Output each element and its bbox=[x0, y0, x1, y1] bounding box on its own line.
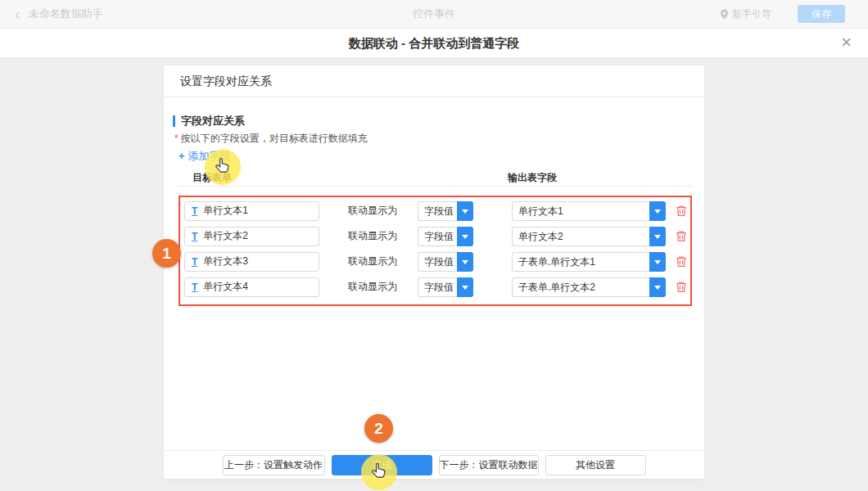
mode-dropdown[interactable]: 字段值 bbox=[418, 252, 473, 272]
table-row: T 单行文本2 联动显示为 字段值 单行文本2 bbox=[184, 223, 690, 249]
text-field-icon: T bbox=[192, 231, 197, 242]
screen: ‹ 未命名数据助手 控件事件 新手引导 保存 数据联动 - 合并联动到普通字段 … bbox=[0, 0, 868, 491]
delete-row-icon[interactable] bbox=[676, 281, 687, 293]
chevron-down-icon bbox=[649, 201, 666, 221]
section-accent-bar bbox=[173, 115, 175, 127]
panel-header: 设置字段对应关系 bbox=[164, 65, 704, 97]
delete-row-icon[interactable] bbox=[676, 255, 687, 268]
close-icon[interactable]: × bbox=[838, 29, 855, 58]
save-button[interactable]: 保存 bbox=[798, 5, 845, 23]
hand-cursor-icon bbox=[212, 155, 233, 176]
section-title: 字段对应关系 bbox=[173, 114, 245, 128]
relation-label: 联动显示为 bbox=[348, 280, 399, 294]
app-title: 未命名数据助手 bbox=[29, 7, 103, 21]
output-field-dropdown[interactable]: 子表单.单行文本2 bbox=[512, 277, 666, 297]
chevron-down-icon bbox=[457, 277, 473, 297]
step-2-badge: 2 bbox=[364, 414, 393, 443]
back-icon[interactable]: ‹ bbox=[15, 6, 20, 22]
target-field-value: 单行文本3 bbox=[203, 255, 248, 268]
wizard-footer: 上一步：设置触发动作 完成 下一步：设置联动数据 其他设置 bbox=[164, 450, 704, 479]
text-field-icon: T bbox=[192, 256, 197, 268]
hand-cursor-icon bbox=[368, 461, 389, 481]
text-field-icon: T bbox=[192, 205, 197, 217]
target-field-input[interactable]: T 单行文本1 bbox=[184, 201, 319, 221]
chevron-down-icon bbox=[649, 227, 666, 246]
relation-label: 联动显示为 bbox=[348, 255, 399, 268]
target-field-input[interactable]: T 单行文本3 bbox=[184, 252, 319, 272]
app-topbar: ‹ 未命名数据助手 控件事件 新手引导 保存 bbox=[0, 0, 868, 29]
delete-row-icon[interactable] bbox=[676, 230, 687, 242]
location-pin-icon bbox=[720, 9, 729, 20]
mode-dropdown-value: 字段值 bbox=[418, 252, 457, 272]
modal-header: 数据联动 - 合并联动到普通字段 × bbox=[0, 29, 868, 58]
field-mapping-panel: 设置字段对应关系 字段对应关系 *按以下的字段设置，对目标表进行数据填充 +添加… bbox=[164, 65, 704, 479]
output-dropdown-value: 子表单.单行文本2 bbox=[512, 277, 649, 297]
beginner-guide-link[interactable]: 新手引导 bbox=[720, 7, 771, 21]
output-dropdown-value: 单行文本2 bbox=[512, 227, 649, 246]
mode-dropdown[interactable]: 字段值 bbox=[418, 201, 473, 221]
mode-dropdown-value: 字段值 bbox=[418, 201, 457, 221]
plus-icon: + bbox=[179, 150, 185, 162]
mode-dropdown-value: 字段值 bbox=[418, 227, 457, 246]
output-field-dropdown[interactable]: 子表单.单行文本1 bbox=[512, 252, 666, 272]
column-header-output-fields: 输出表字段 bbox=[508, 171, 557, 185]
table-row: T 单行文本4 联动显示为 字段值 子表单.单行文本2 bbox=[184, 274, 690, 300]
chevron-down-icon bbox=[457, 201, 473, 221]
output-field-dropdown[interactable]: 单行文本1 bbox=[512, 201, 666, 221]
chevron-down-icon bbox=[649, 252, 666, 272]
table-row: T 单行文本1 联动显示为 字段值 单行文本1 bbox=[184, 198, 690, 223]
mode-dropdown-value: 字段值 bbox=[418, 277, 457, 297]
step-1-badge: 1 bbox=[152, 239, 181, 268]
required-mark: * bbox=[174, 133, 179, 144]
instruction-text: *按以下的字段设置，对目标表进行数据填充 bbox=[174, 132, 368, 146]
target-field-input[interactable]: T 单行文本2 bbox=[184, 227, 319, 246]
click-highlight-finish-button bbox=[361, 454, 397, 490]
mode-dropdown[interactable]: 字段值 bbox=[418, 227, 473, 246]
target-field-value: 单行文本2 bbox=[203, 229, 248, 243]
chevron-down-icon bbox=[649, 277, 666, 297]
target-field-input[interactable]: T 单行文本4 bbox=[184, 277, 319, 297]
next-step-button[interactable]: 下一步：设置联动数据 bbox=[439, 455, 539, 475]
output-field-dropdown[interactable]: 单行文本2 bbox=[512, 227, 666, 246]
output-dropdown-value: 子表单.单行文本1 bbox=[512, 252, 649, 272]
beginner-guide-label: 新手引导 bbox=[732, 7, 771, 21]
table-row: T 单行文本3 联动显示为 字段值 子表单.单行文本1 bbox=[184, 249, 690, 274]
modal-title: 数据联动 - 合并联动到普通字段 bbox=[0, 29, 868, 58]
click-highlight-add-field bbox=[205, 149, 241, 185]
target-field-value: 单行文本4 bbox=[203, 280, 248, 294]
section-title-label: 字段对应关系 bbox=[181, 114, 245, 128]
column-headers: 目标表单 输出表字段 bbox=[179, 169, 692, 187]
other-settings-button[interactable]: 其他设置 bbox=[545, 455, 646, 475]
instruction-label: 按以下的字段设置，对目标表进行数据填充 bbox=[181, 133, 368, 144]
output-dropdown-value: 单行文本1 bbox=[512, 201, 649, 221]
chevron-down-icon bbox=[457, 252, 473, 272]
text-field-icon: T bbox=[192, 282, 197, 293]
field-rows-highlight-box: T 单行文本1 联动显示为 字段值 单行文本1 T bbox=[179, 196, 692, 306]
relation-label: 联动显示为 bbox=[348, 204, 399, 218]
relation-label: 联动显示为 bbox=[348, 229, 399, 243]
mode-dropdown[interactable]: 字段值 bbox=[418, 277, 473, 297]
chevron-down-icon bbox=[457, 227, 473, 246]
prev-step-button[interactable]: 上一步：设置触发动作 bbox=[223, 455, 325, 475]
delete-row-icon[interactable] bbox=[676, 205, 687, 217]
target-field-value: 单行文本1 bbox=[203, 204, 248, 218]
topbar-right-group: 新手引导 保存 bbox=[720, 5, 845, 23]
